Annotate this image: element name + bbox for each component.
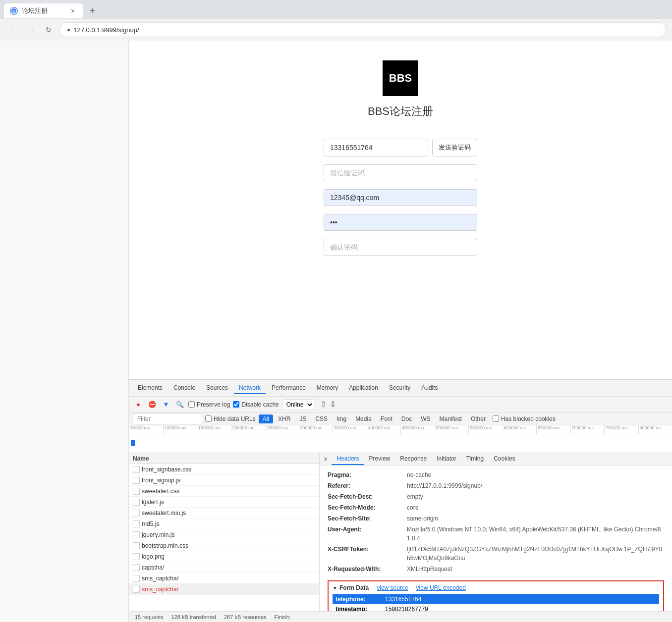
hide-data-urls-check[interactable]: Hide data URLs xyxy=(205,415,256,422)
list-item[interactable]: captcha/ xyxy=(129,562,319,573)
list-item[interactable]: front_signbase.css xyxy=(129,464,319,475)
telephone-val: 13316551764 xyxy=(385,596,421,603)
network-list-header: Name xyxy=(129,453,319,464)
list-item[interactable]: lgalert.js xyxy=(129,497,319,508)
file-icon xyxy=(133,466,140,473)
reload-button[interactable]: ↻ xyxy=(42,23,56,37)
tab-close-button[interactable]: × xyxy=(68,6,77,15)
tab-elements[interactable]: Elements xyxy=(133,382,168,394)
list-item[interactable]: md5.js xyxy=(129,518,319,529)
hide-data-urls-checkbox[interactable] xyxy=(205,415,212,422)
tab-network[interactable]: Network xyxy=(234,382,266,394)
active-tab[interactable]: ⊙ 论坛注册 × xyxy=(4,3,83,18)
filter-xhr[interactable]: XHR xyxy=(274,415,294,423)
filter-button[interactable]: ▼ xyxy=(161,399,171,410)
header-row: Sec-Fetch-Mode: cors xyxy=(328,502,664,513)
filter-css[interactable]: CSS xyxy=(311,415,332,423)
header-key: Sec-Fetch-Site: xyxy=(328,514,407,523)
tab-console[interactable]: Console xyxy=(168,382,200,394)
detail-tab-cookies[interactable]: Cookies xyxy=(489,453,520,465)
detail-tab-timing[interactable]: Timing xyxy=(461,453,489,465)
blocked-cookies-check[interactable]: Has blocked cookies xyxy=(493,415,556,422)
file-icon xyxy=(133,510,140,517)
resources-size: 287 kB resources xyxy=(224,614,267,620)
new-tab-button[interactable]: + xyxy=(85,4,99,18)
tab-application[interactable]: Application xyxy=(344,382,383,394)
status-bar: 15 requests 128 kB transferred 287 kB re… xyxy=(129,611,672,622)
finish-label: Finish: xyxy=(275,614,290,620)
filter-doc[interactable]: Doc xyxy=(397,415,416,423)
detail-close-button[interactable]: × xyxy=(324,455,328,463)
tab-security[interactable]: Security xyxy=(384,382,415,394)
list-item[interactable]: front_signup.js xyxy=(129,475,319,486)
header-val: Mozilla/5.0 (Windows NT 10.0; Win64; x64… xyxy=(407,525,664,543)
record-button[interactable]: ● xyxy=(133,399,144,410)
item-name: sweetalert.min.js xyxy=(142,510,186,517)
send-code-button[interactable]: 发送验证码 xyxy=(432,139,477,156)
disable-cache-label: Disable cache xyxy=(241,401,279,408)
list-item[interactable]: bootstrap.min.css xyxy=(129,540,319,551)
forward-button[interactable]: → xyxy=(24,23,38,37)
preserve-log-checkbox[interactable] xyxy=(188,401,195,408)
sidebar xyxy=(0,41,129,622)
confirm-password-input[interactable] xyxy=(324,239,477,256)
phone-row: 发送验证码 xyxy=(324,139,477,156)
tab-sources[interactable]: Sources xyxy=(201,382,233,394)
header-row: Sec-Fetch-Site: same-origin xyxy=(328,513,664,524)
item-name: sms_captcha/ xyxy=(142,586,178,593)
password-input[interactable] xyxy=(324,214,477,231)
list-item[interactable]: sms_captcha/ xyxy=(129,573,319,584)
search-button[interactable]: 🔍 xyxy=(174,399,185,410)
item-name: bootstrap.min.css xyxy=(142,542,188,549)
header-row: X-CSRFToken: IjB1ZDk5MTA0ZjJkNzQ3ZGYxZWI… xyxy=(328,544,664,564)
sms-input[interactable] xyxy=(324,164,477,181)
tab-memory[interactable]: Memory xyxy=(312,382,343,394)
header-row: Sec-Fetch-Dest: empty xyxy=(328,491,664,502)
filter-font[interactable]: Font xyxy=(377,415,396,423)
detail-tab-response[interactable]: Response xyxy=(395,453,432,465)
detail-tab-headers[interactable]: Headers xyxy=(332,453,364,465)
view-url-encoded-link[interactable]: view URL encoded xyxy=(416,584,466,591)
detail-tab-preview[interactable]: Preview xyxy=(364,453,395,465)
page-content: BBS BBS论坛注册 发送验证码 Elements Console Sourc… xyxy=(129,41,672,622)
disable-cache-check[interactable]: Disable cache xyxy=(233,401,279,408)
filter-other[interactable]: Other xyxy=(467,415,490,423)
preserve-log-check[interactable]: Preserve log xyxy=(188,401,230,408)
selected-list-item[interactable]: sms_captcha/ xyxy=(129,584,319,595)
mark-500000: 500000 ms xyxy=(435,425,469,434)
blocked-cookies-checkbox[interactable] xyxy=(493,415,499,422)
filter-all[interactable]: All xyxy=(259,415,273,423)
filter-ws[interactable]: WS xyxy=(417,415,434,423)
header-row: User-Agent: Mozilla/5.0 (Windows NT 10.0… xyxy=(328,524,664,544)
view-source-link[interactable]: view source xyxy=(377,584,408,591)
email-input[interactable] xyxy=(324,189,477,206)
filter-img[interactable]: Img xyxy=(333,415,350,423)
filter-js[interactable]: JS xyxy=(295,415,310,423)
list-item[interactable]: sweetalert.css xyxy=(129,486,319,497)
name-column-header: Name xyxy=(133,455,149,462)
timeline-request-bar xyxy=(131,440,135,446)
back-button[interactable]: ← xyxy=(6,23,20,37)
file-icon xyxy=(133,520,140,527)
detail-tab-bar: × Headers Preview Response Initiator Tim… xyxy=(320,453,672,466)
filter-media[interactable]: Media xyxy=(351,415,376,423)
stop-button[interactable]: ⛔ xyxy=(147,399,158,410)
tab-performance[interactable]: Performance xyxy=(267,382,311,394)
transferred-size: 128 kB transferred xyxy=(171,614,216,620)
list-item[interactable]: jquery.min.js xyxy=(129,529,319,540)
header-val: no-cache xyxy=(407,470,431,479)
throttle-select[interactable]: Online xyxy=(282,399,314,410)
disable-cache-checkbox[interactable] xyxy=(233,401,239,408)
list-item[interactable]: logo.png xyxy=(129,551,319,562)
address-input[interactable]: ● 127.0.0.1:9999/signup/ xyxy=(59,22,666,37)
filter-input[interactable] xyxy=(133,414,202,424)
filter-manifest[interactable]: Manifest xyxy=(436,415,466,423)
tab-audits[interactable]: Audits xyxy=(416,382,443,394)
detail-tab-initiator[interactable]: Initiator xyxy=(432,453,461,465)
list-item[interactable]: sweetalert.min.js xyxy=(129,508,319,518)
mark-600000: 600000 ms xyxy=(503,425,537,434)
header-key: User-Agent: xyxy=(328,525,407,543)
phone-input[interactable] xyxy=(324,139,428,156)
mark-400000: 400000 ms xyxy=(367,425,401,434)
header-val: XMLHttpRequest xyxy=(407,565,452,573)
